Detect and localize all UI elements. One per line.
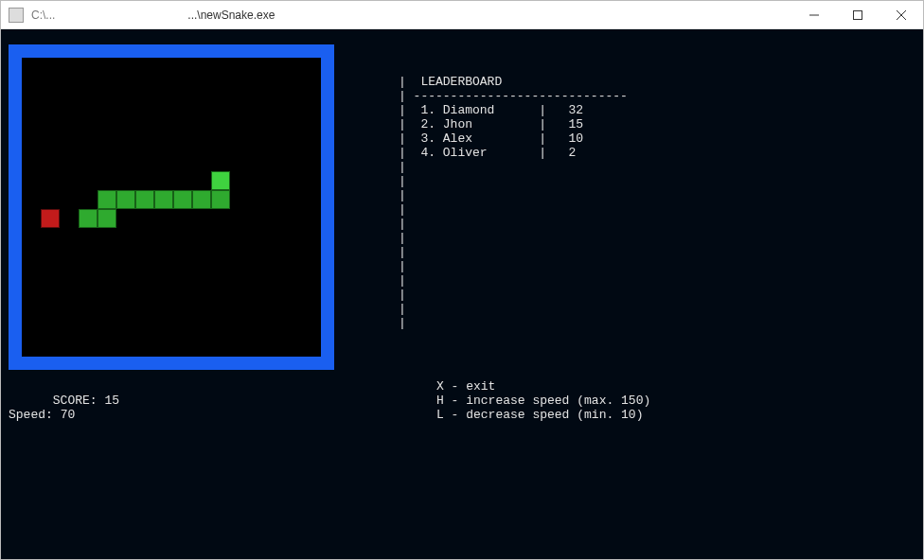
snake-body (135, 190, 154, 209)
app-window: C:\... ...\newSnake.exe SCORE: 15 Speed:… (0, 0, 924, 560)
snake-body (154, 190, 173, 209)
close-button[interactable] (880, 1, 923, 29)
app-icon (9, 8, 24, 23)
snake-body (98, 190, 116, 209)
speed-line: Speed: 70 (9, 408, 75, 422)
minimize-icon (809, 10, 819, 20)
close-icon (897, 10, 906, 20)
snake-body (173, 190, 192, 209)
snake-head (211, 171, 230, 190)
game-board-frame (9, 44, 334, 370)
snake-body (116, 190, 135, 209)
minimize-button[interactable] (792, 1, 836, 29)
svg-rect-1 (854, 10, 862, 19)
snake-body (79, 209, 98, 228)
maximize-icon (853, 10, 862, 20)
stats-block: SCORE: 15 Speed: 70 (9, 379, 119, 422)
help-block: X - exit H - increase speed (max. 150) L… (436, 379, 650, 422)
snake-body (192, 190, 211, 209)
food-cell (41, 209, 60, 228)
window-title-prefix: C:\... (31, 9, 55, 22)
game-board (22, 58, 321, 357)
titlebar[interactable]: C:\... ...\newSnake.exe (1, 1, 923, 29)
snake-body (211, 190, 230, 209)
maximize-button[interactable] (836, 1, 880, 29)
window-title-path: ...\newSnake.exe (187, 9, 275, 22)
leaderboard-block: | LEADERBOARD | ------------------------… (399, 75, 628, 330)
console-area[interactable]: SCORE: 15 Speed: 70 | LEADERBOARD | ----… (1, 29, 923, 559)
score-line: SCORE: 15 (53, 394, 119, 408)
snake-body (98, 209, 116, 228)
